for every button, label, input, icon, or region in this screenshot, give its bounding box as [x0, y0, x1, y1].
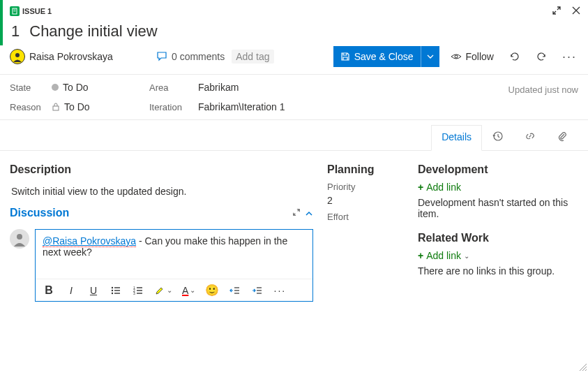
state-value[interactable]: To Do [52, 82, 142, 93]
emoji-button[interactable]: 🙂 [205, 284, 219, 297]
svg-point-9 [112, 289, 113, 291]
svg-point-7 [17, 234, 22, 240]
state-dot-icon [52, 84, 59, 91]
plus-icon: + [418, 182, 423, 193]
discussion-heading: Discussion [10, 207, 313, 219]
iteration-label: Iteration [149, 102, 191, 112]
follow-button[interactable]: Follow [446, 51, 498, 62]
close-icon[interactable] [571, 6, 581, 17]
outdent-button[interactable] [229, 285, 241, 296]
assignee-picker[interactable]: Raisa Pokrovskaya [10, 49, 149, 64]
work-item-type-label: ISSUE 1 [22, 7, 52, 15]
comments-count: 0 comments [172, 51, 225, 62]
svg-text:3: 3 [133, 291, 135, 295]
editor-toolbar: B I U 123 ⌄ A⌄ 🙂 ··· [36, 279, 312, 301]
discussion-expand-icon[interactable] [292, 207, 301, 219]
save-label: Save & Close [354, 51, 414, 62]
indent-button[interactable] [251, 285, 264, 296]
issue-type-icon [10, 6, 20, 16]
font-color-button[interactable]: A⌄ [182, 285, 195, 296]
main-column: Description Switch initial view to the u… [10, 158, 313, 368]
description-text[interactable]: Switch initial view to the updated desig… [10, 182, 313, 201]
numbered-list-button[interactable]: 123 [132, 285, 144, 296]
svg-point-3 [15, 53, 20, 57]
svg-point-8 [112, 286, 113, 288]
description-heading: Description [10, 163, 313, 176]
save-and-close-button[interactable]: Save & Close [333, 46, 439, 67]
tabs-row: Details [0, 120, 588, 151]
priority-value[interactable]: 2 [327, 195, 404, 206]
work-item-type-tag: ISSUE 1 [10, 6, 52, 16]
resize-grip-icon[interactable] [577, 361, 587, 374]
discussion-avatar-icon [10, 229, 29, 249]
discussion-area: @Raisa Pokrovskaya - Can you make this h… [10, 229, 313, 302]
development-heading: Development [418, 163, 578, 176]
related-add-link[interactable]: + Add link ⌄ [418, 250, 578, 261]
planning-column: Planning Priority 2 Effort [327, 158, 404, 368]
tab-history[interactable] [482, 124, 514, 150]
assignee-name: Raisa Pokrovskaya [29, 51, 113, 62]
reason-value[interactable]: To Do [52, 101, 142, 112]
priority-label: Priority [327, 182, 404, 192]
discussion-collapse-icon[interactable] [305, 207, 313, 219]
header-top-row: ISSUE 1 [10, 3, 581, 20]
updated-timestamp: Updated just now [508, 82, 578, 95]
save-dropdown[interactable] [421, 46, 439, 67]
lock-icon [52, 103, 60, 111]
bold-button[interactable]: B [43, 284, 55, 297]
type-accent-bar [0, 0, 3, 45]
mention-link[interactable]: @Raisa Pokrovskaya [43, 235, 136, 247]
toolbar: Raisa Pokrovskaya 0 comments Add tag Sav… [0, 46, 588, 75]
work-item-title[interactable]: Change initial view [29, 22, 157, 41]
expand-icon[interactable] [552, 6, 561, 17]
work-item-id: 1 [11, 22, 20, 41]
reason-label: Reason [10, 102, 45, 112]
planning-heading: Planning [327, 163, 404, 176]
follow-label: Follow [466, 51, 494, 62]
area-label: Area [149, 82, 191, 93]
save-icon [340, 52, 350, 61]
comments-button[interactable]: 0 comments [156, 51, 225, 62]
body: Description Switch initial view to the u… [0, 151, 588, 375]
window-controls [552, 6, 581, 17]
development-empty-text: Development hasn't started on this item. [418, 197, 578, 219]
revert-button[interactable] [532, 48, 551, 65]
svg-point-4 [455, 55, 458, 58]
add-tag-button[interactable]: Add tag [232, 50, 273, 64]
highlight-button[interactable]: ⌄ [154, 285, 172, 296]
state-label: State [10, 82, 45, 93]
work-item-panel: ISSUE 1 1 Change initial view Raisa Pokr… [0, 0, 588, 375]
header: ISSUE 1 1 Change initial view [0, 0, 588, 46]
related-empty-text: There are no links in this group. [418, 265, 578, 277]
title-row: 1 Change initial view [10, 20, 581, 46]
fields-section: State To Do Reason To Do Area Fabrikam [0, 75, 588, 120]
tab-links[interactable] [514, 124, 546, 150]
discussion-editor[interactable]: @Raisa Pokrovskaya - Can you make this h… [35, 229, 313, 302]
development-add-link[interactable]: + Add link [418, 182, 578, 193]
italic-button[interactable]: I [65, 285, 77, 296]
effort-label: Effort [327, 212, 404, 222]
related-work-heading: Related Work [418, 232, 578, 244]
tab-details[interactable]: Details [431, 125, 482, 151]
tab-attachments[interactable] [546, 124, 578, 150]
eye-icon [451, 51, 462, 62]
iteration-value[interactable]: Fabrikam\Iteration 1 [198, 101, 285, 112]
underline-button[interactable]: U [87, 285, 100, 296]
avatar-icon [10, 49, 25, 64]
svg-rect-5 [53, 106, 59, 110]
area-value[interactable]: Fabrikam [198, 82, 239, 93]
side-column: Development + Add link Development hasn'… [418, 158, 578, 368]
discussion-editor-content[interactable]: @Raisa Pokrovskaya - Can you make this h… [36, 230, 312, 279]
svg-point-10 [112, 292, 113, 293]
editor-more-button[interactable]: ··· [273, 285, 286, 296]
chevron-down-icon: ⌄ [464, 252, 469, 260]
bullet-list-button[interactable] [110, 285, 122, 296]
more-actions-button[interactable]: ··· [558, 47, 581, 67]
refresh-button[interactable] [505, 48, 525, 65]
plus-icon: + [418, 250, 423, 261]
